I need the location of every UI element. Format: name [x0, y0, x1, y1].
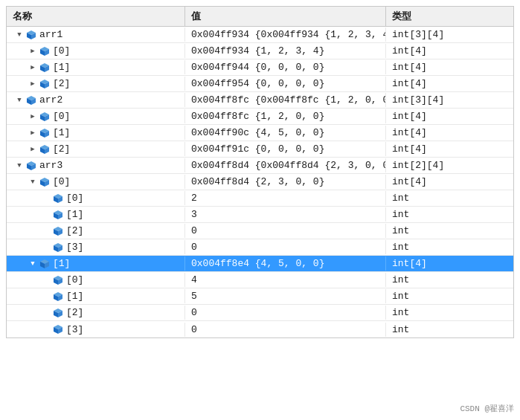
cell-type: int[4] [386, 142, 513, 156]
table-row[interactable]: arr30x004ff8d4 {0x004ff8d4 {2, 3, 0, 0}.… [7, 158, 513, 174]
row-label: [0] [53, 176, 70, 187]
cell-name: arr3 [7, 158, 185, 172]
cube-icon [39, 259, 50, 269]
expand-button[interactable] [14, 95, 25, 106]
cube-icon [39, 62, 50, 73]
cube-icon [53, 275, 63, 285]
cell-value: 0x004ff934 {1, 2, 3, 4} [185, 44, 386, 58]
cell-value: 0x004ff8d4 {2, 3, 0, 0} [185, 175, 386, 189]
cube-icon [39, 46, 50, 56]
cell-name: [0] [7, 109, 185, 123]
table-row[interactable]: [0]0x004ff934 {1, 2, 3, 4}int[4] [7, 43, 513, 59]
expand-button[interactable] [28, 177, 38, 187]
table-row[interactable]: [3]0int [7, 321, 513, 337]
expand-button[interactable] [28, 259, 38, 269]
table-row[interactable]: [0]2int [7, 190, 513, 207]
table-row[interactable]: [2]0int [7, 305, 513, 321]
row-label: arr3 [39, 160, 62, 171]
cube-icon [53, 308, 63, 318]
cube-icon [39, 112, 50, 122]
cell-name: [0] [7, 191, 185, 205]
cube-icon [53, 242, 63, 253]
table-body: arr10x004ff934 {0x004ff934 {1, 2, 3, 4},… [7, 27, 513, 337]
cell-type: int[4] [386, 256, 513, 271]
cell-name: arr2 [7, 93, 185, 107]
table-row[interactable]: [0]0x004ff8d4 {2, 3, 0, 0}int[4] [7, 174, 513, 190]
cell-value: 3 [185, 207, 386, 222]
expand-button[interactable] [28, 112, 38, 122]
table-row[interactable]: arr20x004ff8fc {0x004ff8fc {1, 2, 0, 0},… [7, 92, 513, 109]
expand-button[interactable] [28, 46, 38, 56]
table-row[interactable]: [0]4int [7, 272, 513, 288]
cube-icon [53, 210, 63, 220]
cell-name: [1] [7, 126, 185, 140]
row-label: [3] [66, 242, 83, 253]
cell-type: int[4] [386, 44, 513, 58]
row-label: [1] [66, 209, 83, 220]
cell-value: 0x004ff944 {0, 0, 0, 0} [185, 60, 386, 74]
cell-value: 0 [185, 224, 386, 238]
expand-button[interactable] [28, 79, 38, 89]
header-type: 类型 [386, 7, 513, 26]
row-label: [1] [53, 62, 70, 73]
cube-icon [26, 161, 36, 171]
cell-name: [0] [7, 273, 185, 287]
cube-icon [53, 324, 63, 335]
cell-name: [2] [7, 306, 185, 320]
table-row[interactable]: [0]0x004ff8fc {1, 2, 0, 0}int[4] [7, 109, 513, 125]
table-row[interactable]: [1]5int [7, 288, 513, 305]
expand-button[interactable] [28, 144, 38, 155]
cube-icon [53, 291, 63, 302]
cell-name: [2] [7, 142, 185, 156]
cell-value: 0x004ff8fc {1, 2, 0, 0} [185, 109, 386, 123]
cell-value: 5 [185, 289, 386, 303]
table-row[interactable]: [1]0x004ff944 {0, 0, 0, 0}int[4] [7, 59, 513, 76]
row-label: [0] [66, 193, 83, 204]
cell-name: [0] [7, 44, 185, 58]
watermark: CSDN @翟喜洋 [460, 403, 514, 414]
cube-icon [53, 193, 63, 204]
cell-name: [1] [7, 289, 185, 303]
cell-type: int[2][4] [386, 158, 513, 172]
row-label: [2] [66, 307, 83, 318]
cell-value: 0 [185, 323, 386, 337]
cube-icon [39, 79, 50, 89]
cell-type: int[3][4] [386, 93, 513, 107]
table-row[interactable]: [1]3int [7, 207, 513, 223]
cell-type: int[4] [386, 175, 513, 189]
expand-button[interactable] [14, 161, 25, 171]
cell-type: int [386, 207, 513, 222]
cell-name: [2] [7, 224, 185, 238]
cell-value: 0 [185, 240, 386, 254]
cell-name: [1] [7, 256, 185, 271]
table-row[interactable]: [1]0x004ff90c {4, 5, 0, 0}int[4] [7, 125, 513, 141]
table-row[interactable]: [2]0x004ff954 {0, 0, 0, 0}int[4] [7, 76, 513, 92]
table-row[interactable]: [2]0int [7, 223, 513, 239]
cell-type: int [386, 273, 513, 287]
expand-button[interactable] [28, 128, 38, 138]
cell-type: int[4] [386, 126, 513, 140]
cell-name: [0] [7, 175, 185, 189]
table-row[interactable]: arr10x004ff934 {0x004ff934 {1, 2, 3, 4},… [7, 27, 513, 43]
row-label: [0] [53, 111, 70, 122]
header-value: 值 [185, 7, 386, 26]
cell-name: [3] [7, 240, 185, 254]
expand-button[interactable] [14, 30, 25, 40]
table-row[interactable]: [2]0x004ff91c {0, 0, 0, 0}int[4] [7, 141, 513, 158]
table-row[interactable]: [1]0x004ff8e4 {4, 5, 0, 0}int[4] [7, 256, 513, 272]
header-name: 名称 [7, 7, 185, 26]
row-label: [2] [66, 225, 83, 236]
cell-type: int [386, 306, 513, 320]
table-header: 名称 值 类型 [7, 7, 513, 27]
row-label: [0] [66, 274, 83, 285]
cell-name: [3] [7, 323, 185, 337]
expand-button[interactable] [28, 62, 38, 73]
row-label: [2] [53, 78, 70, 89]
cell-name: [1] [7, 60, 185, 74]
cell-type: int [386, 323, 513, 337]
cell-value: 0 [185, 306, 386, 320]
cell-type: int[4] [386, 60, 513, 74]
cell-name: arr1 [7, 28, 185, 42]
table-row[interactable]: [3]0int [7, 239, 513, 256]
row-label: [2] [53, 143, 70, 155]
